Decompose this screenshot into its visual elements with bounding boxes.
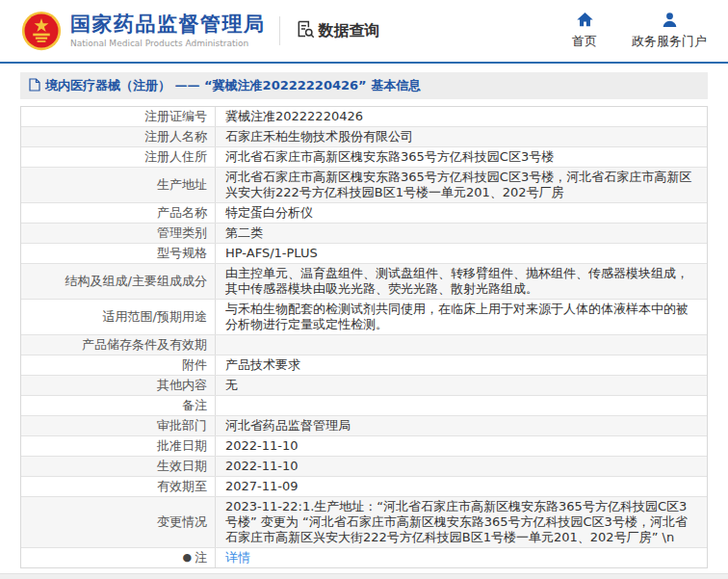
row-label-text: 结构及组成/主要组成成分 <box>65 274 207 289</box>
row-label-text: 备注 <box>182 398 207 413</box>
table-row: 产品储存条件及有效期 <box>21 335 707 355</box>
row-label: ●注 <box>21 548 216 567</box>
row-value: 河北省石家庄市高新区槐安东路365号方亿科技园C区3号楼，河北省石家庄市高新区兴… <box>216 168 707 202</box>
site-title: 国家药品监督管理局 <box>70 13 266 36</box>
row-label-text: 型号规格 <box>157 246 207 261</box>
row-label-text: 注 <box>195 550 207 566</box>
table-row: 注册人名称石家庄禾柏生物技术股份有限公司 <box>21 127 707 147</box>
breadcrumb-text: 境内医疗器械（注册） —— “冀械注准20222220426” 基本信息 <box>45 77 421 94</box>
row-label: 审批部门 <box>21 416 216 435</box>
row-label-text: 生效日期 <box>157 459 207 474</box>
row-label-text: 生产地址 <box>157 177 207 193</box>
nav-gov-portal[interactable]: 政务服务门户 <box>632 13 707 50</box>
row-label: 附件 <box>21 355 216 375</box>
row-label-text: 产品储存条件及有效期 <box>82 337 207 353</box>
document-search-icon <box>296 19 315 42</box>
row-value: 2022-11-10 <box>216 436 707 456</box>
row-value: 河北省石家庄市高新区槐安东路365号方亿科技园C区3号楼 <box>216 147 707 167</box>
row-value: 产品技术要求 <box>216 355 707 375</box>
row-label-text: 适用范围/预期用途 <box>103 309 207 325</box>
table-row: 注册人住所河北省石家庄市高新区槐安东路365号方亿科技园C区3号楼 <box>21 147 707 168</box>
table-row: 生产地址河北省石家庄市高新区槐安东路365号方亿科技园C区3号楼，河北省石家庄市… <box>21 168 707 203</box>
table-row: 审批部门河北省药品监督管理局 <box>21 416 707 436</box>
data-query-button[interactable]: 数据查询 <box>296 19 380 42</box>
row-value: 由主控单元、温育盘组件、测试盘组件、转移臂组件、抛杯组件、传感器模块组成，其中传… <box>216 264 707 299</box>
row-label: 结构及组成/主要组成成分 <box>21 264 216 299</box>
nav-home-label: 首页 <box>572 33 597 50</box>
table-row: 管理类别第二类 <box>21 224 707 244</box>
detail-link[interactable]: 详情 <box>225 550 250 566</box>
table-row: 生效日期2022-11-10 <box>21 457 707 477</box>
row-value: 2027-11-09 <box>216 477 707 496</box>
row-label: 注册人名称 <box>21 127 216 146</box>
row-label: 变更情况 <box>21 497 216 547</box>
table-row: 批准日期2022-11-10 <box>21 436 707 457</box>
note-icon: ● <box>182 550 192 566</box>
row-value: 与禾柏生物配套的检测试剂共同使用，在临床上用于对来源于人体的体液样本中的被分析物… <box>216 300 707 334</box>
row-label: 生效日期 <box>21 457 216 476</box>
row-value: 2023-11-22:1.生产地址：“河北省石家庄市高新区槐安东路365号方亿科… <box>216 497 707 547</box>
row-label: 型号规格 <box>21 244 216 263</box>
row-label: 批准日期 <box>21 436 216 456</box>
table-row: 变更情况2023-11-22:1.生产地址：“河北省石家庄市高新区槐安东路365… <box>21 497 707 548</box>
row-label: 产品名称 <box>21 203 216 223</box>
table-row: 产品名称特定蛋白分析仪 <box>21 203 707 224</box>
row-value: 河北省药品监督管理局 <box>216 416 707 435</box>
row-label-text: 管理类别 <box>157 225 207 241</box>
breadcrumb: 境内医疗器械（注册） —— “冀械注准20222220426” 基本信息 <box>20 72 708 99</box>
row-value: 详情 <box>216 548 707 567</box>
site-subtitle: National Medical Products Administration <box>70 39 266 48</box>
row-label: 管理类别 <box>21 224 216 243</box>
row-label-text: 注册人名称 <box>144 129 207 145</box>
row-value: 特定蛋白分析仪 <box>216 203 707 223</box>
row-label-text: 注册证编号 <box>144 109 207 124</box>
table-row: 适用范围/预期用途与禾柏生物配套的检测试剂共同使用，在临床上用于对来源于人体的体… <box>21 300 707 335</box>
table-row: 结构及组成/主要组成成分由主控单元、温育盘组件、测试盘组件、转移臂组件、抛杯组件… <box>21 264 707 300</box>
user-icon <box>662 13 678 30</box>
row-value: 无 <box>216 376 707 395</box>
nav-home[interactable]: 首页 <box>572 13 597 50</box>
header-separator <box>279 16 280 45</box>
footer-bar <box>0 573 728 579</box>
home-icon <box>577 13 593 30</box>
row-label-text: 产品名称 <box>157 205 207 221</box>
row-label-text: 其他内容 <box>157 378 207 393</box>
row-label-text: 批准日期 <box>157 438 207 454</box>
page-icon <box>29 78 40 94</box>
row-value: 冀械注准20222220426 <box>216 107 707 126</box>
table-row: 有效期至2027-11-09 <box>21 477 707 497</box>
nav-gov-portal-label: 政务服务门户 <box>632 33 707 50</box>
header: 国家药品监督管理局 National Medical Products Admi… <box>0 0 728 64</box>
header-nav: 首页 政务服务门户 <box>572 13 707 50</box>
row-label: 注册人住所 <box>21 147 216 167</box>
table-row: ●注详情 <box>21 548 707 567</box>
row-label-text: 附件 <box>182 357 207 373</box>
row-label: 注册证编号 <box>21 107 216 126</box>
table-row: 附件产品技术要求 <box>21 355 707 376</box>
row-label: 其他内容 <box>21 376 216 395</box>
row-label-text: 有效期至 <box>157 479 207 494</box>
table-row: 注册证编号冀械注准20222220426 <box>21 107 707 127</box>
row-label-text: 注册人住所 <box>144 149 207 165</box>
row-value: HP-AFS/1-PLUS <box>216 244 707 263</box>
data-query-label: 数据查询 <box>319 21 380 41</box>
logo-text: 国家药品监督管理局 National Medical Products Admi… <box>70 13 266 47</box>
row-label: 有效期至 <box>21 477 216 496</box>
row-label: 生产地址 <box>21 168 216 202</box>
table-row: 其他内容无 <box>21 376 707 396</box>
row-value <box>216 396 707 415</box>
row-value <box>216 335 707 355</box>
row-label-text: 审批部门 <box>157 418 207 434</box>
table-row: 型号规格HP-AFS/1-PLUS <box>21 244 707 264</box>
row-value: 2022-11-10 <box>216 457 707 476</box>
row-value: 第二类 <box>216 224 707 243</box>
table-row: 备注 <box>21 396 707 416</box>
row-label-text: 变更情况 <box>157 514 207 530</box>
row-value: 石家庄禾柏生物技术股份有限公司 <box>216 127 707 146</box>
row-label: 适用范围/预期用途 <box>21 300 216 334</box>
row-label: 备注 <box>21 396 216 415</box>
info-table: 注册证编号冀械注准20222220426注册人名称石家庄禾柏生物技术股份有限公司… <box>20 106 708 568</box>
row-label: 产品储存条件及有效期 <box>21 335 216 355</box>
national-emblem-icon <box>21 11 62 51</box>
